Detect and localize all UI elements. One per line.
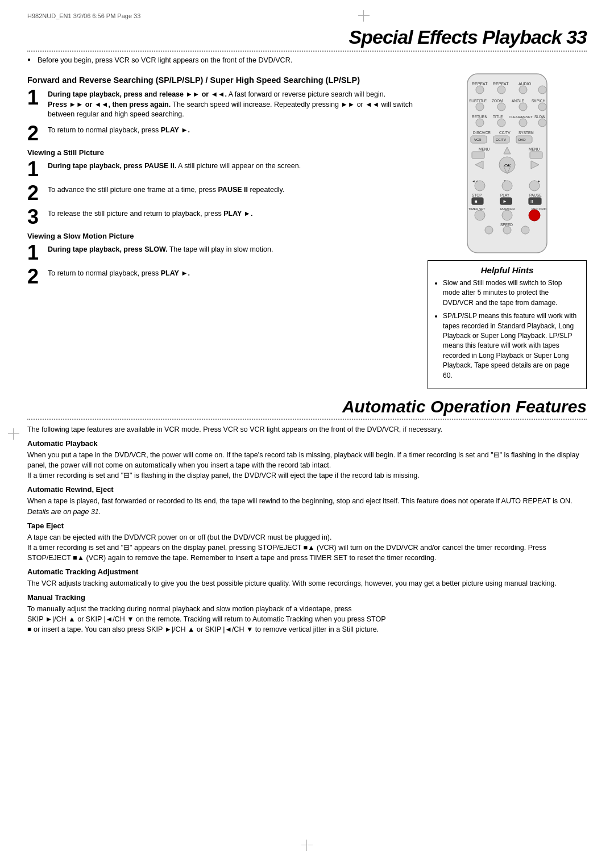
svg-point-12	[476, 103, 484, 111]
remote-container: REPEAT REPEAT AUDIO SUBTITLE ZOOM ANGLE …	[428, 73, 587, 254]
svg-text:TIMER SET: TIMER SET	[468, 207, 486, 211]
svg-text:DVD: DVD	[518, 138, 526, 141]
automatic-tracking-text: The VCR adjusts tracking automatically t…	[27, 578, 587, 589]
svg-point-62	[502, 210, 512, 220]
tape-eject-heading: Tape Eject	[27, 521, 587, 530]
svg-text:SYSTEM: SYSTEM	[518, 131, 534, 135]
svg-text:STOP: STOP	[472, 193, 482, 197]
svg-point-46	[475, 181, 485, 191]
svg-text:II: II	[530, 199, 533, 204]
automatic-rewind-text: When a tape is played, fast forwarded or…	[27, 496, 587, 516]
searching-step-2: 2 To return to normal playback, press PL…	[27, 123, 416, 144]
svg-text:PLAY: PLAY	[500, 193, 510, 197]
svg-point-5	[497, 86, 505, 94]
svg-text:►: ►	[503, 199, 507, 204]
svg-text:CC/TV: CC/TV	[499, 131, 511, 135]
still-step-content-3: To release the still picture and return …	[48, 207, 252, 219]
svg-point-48	[529, 181, 540, 191]
still-step-number-1: 1	[27, 159, 43, 180]
svg-rect-36	[472, 152, 484, 158]
slow-motion-section: Viewing a Slow Motion Picture 1 During t…	[27, 232, 416, 287]
step-number-2: 2	[27, 123, 43, 144]
automatic-playback-section: Automatic Playback When you put a tape i…	[27, 439, 587, 481]
still-step-number-3: 3	[27, 207, 43, 227]
svg-point-7	[538, 86, 546, 94]
slow-step-content-2: To return to normal playback, press PLAY…	[48, 266, 190, 279]
automatic-playback-text: When you put a tape in the DVD/VCR, the …	[27, 450, 587, 481]
two-col-layout: Forward and Reverse Searching (SP/LP/SLP…	[27, 70, 587, 389]
bullet-intro: Before you begin, press VCR so VCR light…	[27, 56, 587, 64]
svg-rect-52	[472, 198, 483, 205]
slow-step-number-2: 2	[27, 266, 43, 287]
svg-point-61	[475, 210, 485, 220]
svg-text:AUDIO: AUDIO	[518, 82, 532, 86]
manual-tracking-text: To manually adjust the tracking during n…	[27, 604, 587, 635]
special-effects-title: Special Effects Playback 33	[27, 26, 587, 48]
still-step-content-2: To advance the still picture one frame a…	[48, 183, 284, 195]
header-strip: H982NUD_EN1 3/2/06 6:56 PM Page 33	[27, 10, 587, 22]
svg-point-6	[519, 86, 527, 94]
svg-text:SLOW: SLOW	[534, 115, 546, 119]
svg-text:TITLE: TITLE	[493, 115, 503, 119]
svg-point-20	[476, 119, 484, 127]
svg-point-23	[538, 119, 546, 127]
special-effects-title-area: Special Effects Playback 33	[27, 26, 587, 52]
svg-text:PAUSE: PAUSE	[529, 193, 542, 197]
automatic-tracking-heading: Automatic Tracking Adjustment	[27, 567, 587, 576]
automatic-features-section: Automatic Operation Features The followi…	[27, 397, 587, 635]
step-content-2: To return to normal playback, press PLAY…	[48, 123, 190, 136]
svg-point-67	[521, 226, 529, 234]
left-column: Forward and Reverse Searching (SP/LP/SLP…	[27, 70, 416, 389]
svg-text:VCR: VCR	[474, 138, 482, 141]
still-step-1: 1 During tape playback, press PAUSE II. …	[27, 159, 416, 180]
svg-point-13	[497, 103, 505, 111]
slow-step-content-1: During tape playback, press SLOW. The ta…	[48, 243, 273, 255]
searching-heading: Forward and Reverse Searching (SP/LP/SLP…	[27, 76, 416, 85]
svg-point-4	[476, 86, 484, 94]
step-number-1: 1	[27, 87, 43, 108]
svg-text:RETURN: RETURN	[472, 115, 487, 119]
remote-control-svg: REPEAT REPEAT AUDIO SUBTITLE ZOOM ANGLE …	[450, 73, 564, 254]
left-crosshair	[8, 428, 19, 440]
svg-point-65	[485, 226, 493, 234]
helpful-hints-title: Helpful Hints	[434, 265, 580, 275]
svg-text:DISC/VCR: DISC/VCR	[473, 131, 491, 135]
helpful-hints-box: Helpful Hints Slow and Still modes will …	[428, 260, 587, 389]
svg-point-14	[519, 103, 527, 111]
automatic-features-title: Automatic Operation Features	[27, 397, 587, 416]
tape-eject-text: A tape can be ejected with the DVD/VCR p…	[27, 532, 587, 563]
still-step-content-1: During tape playback, press PAUSE II. A …	[48, 159, 301, 172]
searching-step-1: 1 During tape playback, press and releas…	[27, 87, 416, 120]
manual-tracking-heading: Manual Tracking	[27, 593, 587, 602]
svg-point-21	[497, 119, 505, 127]
svg-text:ANGLE: ANGLE	[512, 99, 525, 103]
slow-step-1: 1 During tape playback, press SLOW. The …	[27, 243, 416, 263]
svg-point-63	[529, 210, 540, 221]
still-step-number-2: 2	[27, 183, 43, 203]
still-step-2: 2 To advance the still picture one frame…	[27, 183, 416, 203]
svg-point-47	[502, 181, 512, 191]
svg-text:ZOOM: ZOOM	[492, 99, 503, 103]
still-picture-section: Viewing a Still Picture 1 During tape pl…	[27, 148, 416, 227]
svg-text:MENU: MENU	[479, 147, 489, 151]
automatic-playback-heading: Automatic Playback	[27, 439, 587, 448]
page-container: H982NUD_EN1 3/2/06 6:56 PM Page 33 Speci…	[0, 0, 614, 868]
svg-text:CC/TV: CC/TV	[496, 138, 506, 141]
still-step-3: 3 To release the still picture and retur…	[27, 207, 416, 227]
svg-point-15	[538, 103, 546, 111]
searching-section: Forward and Reverse Searching (SP/LP/SLP…	[27, 76, 416, 144]
right-column: REPEAT REPEAT AUDIO SUBTITLE ZOOM ANGLE …	[428, 70, 587, 389]
helpful-hints-list: Slow and Still modes will switch to Stop…	[434, 278, 580, 381]
svg-text:SKP/CH: SKP/CH	[532, 99, 546, 103]
tape-eject-section: Tape Eject A tape can be ejected with th…	[27, 521, 587, 563]
step-content-1: During tape playback, press and release …	[48, 87, 416, 120]
svg-text:SUBTITLE: SUBTITLE	[469, 99, 487, 103]
automatic-rewind-section: Automatic Rewind, Eject When a tape is p…	[27, 485, 587, 516]
svg-text:■: ■	[475, 199, 478, 204]
slow-step-number-1: 1	[27, 243, 43, 263]
slow-motion-heading: Viewing a Slow Motion Picture	[27, 232, 416, 240]
helpful-hint-item-1: Slow and Still modes will switch to Stop…	[443, 278, 580, 308]
slow-step-2: 2 To return to normal playback, press PL…	[27, 266, 416, 287]
file-info: H982NUD_EN1 3/2/06 6:56 PM Page 33	[27, 12, 140, 19]
helpful-hint-item-2: SP/LP/SLP means this feature will work w…	[443, 311, 580, 381]
